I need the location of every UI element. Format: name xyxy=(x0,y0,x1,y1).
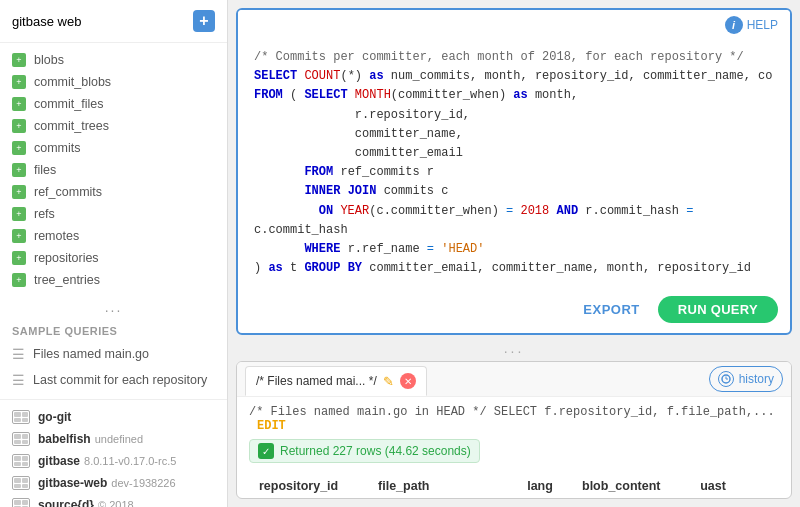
query-toolbar: i HELP xyxy=(238,10,790,40)
history-button[interactable]: history xyxy=(709,366,783,392)
sidebar-item-refs[interactable]: +refs xyxy=(0,203,227,225)
db-icon xyxy=(12,476,30,490)
history-clock-icon xyxy=(718,371,734,387)
sidebar: gitbase web + +blobs+commit_blobs+commit… xyxy=(0,0,228,507)
query-actions: EXPORT RUN QUERY xyxy=(238,290,790,333)
table-icon: + xyxy=(12,141,26,155)
check-icon: ✓ xyxy=(258,443,274,459)
sample-query-item[interactable]: ☰Files named main.go xyxy=(0,341,227,367)
table-icon: + xyxy=(12,251,26,265)
run-query-button[interactable]: RUN QUERY xyxy=(658,296,778,323)
query-edit-link[interactable]: EDIT xyxy=(257,419,286,433)
results-table: repository_idfile_pathlangblob_contentua… xyxy=(249,473,779,498)
table-icon: + xyxy=(12,163,26,177)
history-label: history xyxy=(739,372,774,386)
table-icon: + xyxy=(12,185,26,199)
sidebar-divider xyxy=(0,399,227,400)
sidebar-item-files[interactable]: +files xyxy=(0,159,227,181)
db-icon xyxy=(12,432,30,446)
sidebar-nav: +blobs+commit_blobs+commit_files+commit_… xyxy=(0,43,227,297)
col-header-file_path: file_path xyxy=(368,473,517,498)
sample-queries-label: SAMPLE QUERIES xyxy=(0,317,227,341)
sidebar-item-commit_trees[interactable]: +commit_trees xyxy=(0,115,227,137)
table-icon: + xyxy=(12,229,26,243)
sidebar-item-tree_entries[interactable]: +tree_entries xyxy=(0,269,227,291)
main-content: i HELP /* Commits per committer, each mo… xyxy=(228,0,800,507)
sidebar-title: gitbase web xyxy=(12,14,81,29)
db-item-go-git: go-git xyxy=(0,406,227,428)
db-icon xyxy=(12,410,30,424)
query-preview: /* Files named main.go in HEAD */ SELECT… xyxy=(249,405,779,433)
table-icon: + xyxy=(12,75,26,89)
sidebar-item-commits[interactable]: +commits xyxy=(0,137,227,159)
panel-divider: ... xyxy=(236,341,792,355)
table-icon: + xyxy=(12,119,26,133)
col-header-repository_id: repository_id xyxy=(249,473,368,498)
sidebar-item-commit_blobs[interactable]: +commit_blobs xyxy=(0,71,227,93)
result-tab[interactable]: /* Files named mai... */ ✎ ✕ xyxy=(245,366,427,396)
file-icon: ☰ xyxy=(12,372,25,388)
results-panel: /* Files named mai... */ ✎ ✕ history /* … xyxy=(236,361,792,499)
table-icon: + xyxy=(12,273,26,287)
sidebar-item-remotes[interactable]: +remotes xyxy=(0,225,227,247)
help-icon: i xyxy=(725,16,743,34)
table-icon: + xyxy=(12,207,26,221)
table-icon: + xyxy=(12,97,26,111)
db-icon xyxy=(12,498,30,507)
success-message: Returned 227 rows (44.62 seconds) xyxy=(280,444,471,458)
query-code-area[interactable]: /* Commits per committer, each month of … xyxy=(238,40,790,290)
sidebar-item-commit_files[interactable]: +commit_files xyxy=(0,93,227,115)
sidebar-item-blobs[interactable]: +blobs xyxy=(0,49,227,71)
db-item-source{d}: source{d}© 2018 xyxy=(0,494,227,507)
sidebar-item-ref_commits[interactable]: +ref_commits xyxy=(0,181,227,203)
results-table-header: repository_idfile_pathlangblob_contentua… xyxy=(249,473,779,498)
col-header-lang: lang xyxy=(517,473,572,498)
help-button[interactable]: i HELP xyxy=(725,16,778,34)
tab-edit-icon[interactable]: ✎ xyxy=(383,374,394,389)
sample-query-item[interactable]: ☰Last commit for each repository xyxy=(0,367,227,393)
table-icon: + xyxy=(12,53,26,67)
sidebar-header: gitbase web + xyxy=(0,0,227,43)
db-icon xyxy=(12,454,30,468)
results-tabs: /* Files named mai... */ ✎ ✕ history xyxy=(237,362,791,397)
col-header-uast: uast xyxy=(690,473,779,498)
tab-label: /* Files named mai... */ xyxy=(256,374,377,388)
help-label: HELP xyxy=(747,18,778,32)
col-header-blob_content: blob_content xyxy=(572,473,690,498)
success-badge: ✓ Returned 227 rows (44.62 seconds) xyxy=(249,439,480,463)
db-item-babelfish: babelfishundefined xyxy=(0,428,227,450)
export-button[interactable]: EXPORT xyxy=(575,298,647,321)
results-content: /* Files named main.go in HEAD */ SELECT… xyxy=(237,397,791,498)
sidebar-ellipsis: ... xyxy=(0,297,227,317)
add-database-button[interactable]: + xyxy=(193,10,215,32)
sidebar-item-repositories[interactable]: +repositories xyxy=(0,247,227,269)
tab-close-button[interactable]: ✕ xyxy=(400,373,416,389)
sample-queries-list: ☰Files named main.go☰Last commit for eac… xyxy=(0,341,227,393)
db-item-gitbase-web: gitbase-webdev-1938226 xyxy=(0,472,227,494)
file-icon: ☰ xyxy=(12,346,25,362)
db-items-list: go-gitbabelfishundefinedgitbase8.0.11-v0… xyxy=(0,406,227,507)
db-item-gitbase: gitbase8.0.11-v0.17.0-rc.5 xyxy=(0,450,227,472)
query-panel: i HELP /* Commits per committer, each mo… xyxy=(236,8,792,335)
query-comment: /* Commits per committer, each month of … xyxy=(254,50,744,64)
